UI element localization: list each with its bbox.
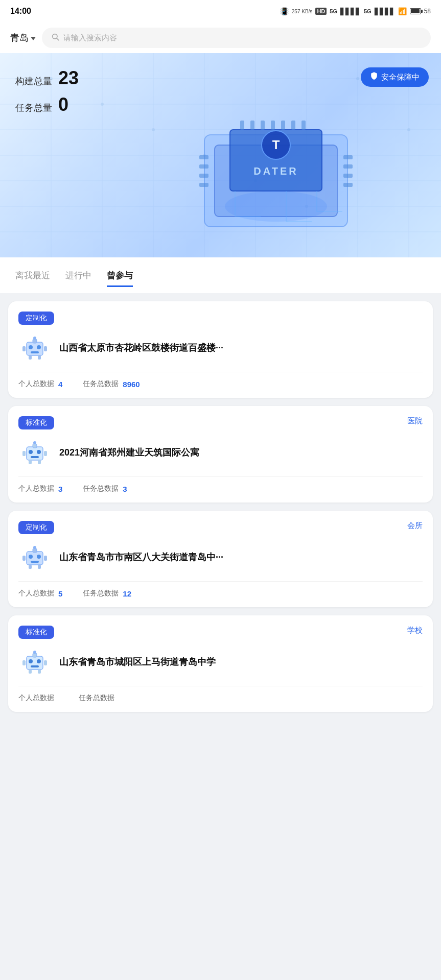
card-4-personal-label: 个人总数据 xyxy=(18,694,54,703)
tab-nearby[interactable]: 离我最近 xyxy=(15,270,50,287)
svg-rect-83 xyxy=(22,660,26,665)
card-1-body: 山西省太原市杏花岭区鼓楼街道百盛楼··· xyxy=(18,332,423,365)
card-2-body: 2021河南省郑州建业天筑国际公寓 xyxy=(18,437,423,469)
svg-rect-64 xyxy=(44,451,47,456)
vibrate-icon: 📳 xyxy=(280,7,289,15)
build-total-label: 构建总量 xyxy=(15,75,52,87)
city-name: 青岛 xyxy=(10,32,29,44)
tabs-row: 离我最近 进行中 曾参与 xyxy=(15,270,426,293)
card-3-task-label: 任务总数据 xyxy=(83,589,119,598)
card-3-personal-value: 5 xyxy=(58,589,62,598)
card-1-task-label: 任务总数据 xyxy=(83,379,119,389)
svg-rect-56 xyxy=(38,355,41,360)
svg-point-48 xyxy=(29,345,33,349)
card-2-divider xyxy=(18,476,423,477)
svg-point-78 xyxy=(29,659,33,663)
card-3-personal-label: 个人总数据 xyxy=(18,589,54,598)
card-4-body: 山东省青岛市城阳区上马街道青岛中学 xyxy=(18,646,423,679)
svg-rect-70 xyxy=(31,561,39,563)
svg-rect-44 xyxy=(291,121,295,130)
card-1-task-value: 8960 xyxy=(123,380,140,389)
svg-rect-73 xyxy=(22,556,26,561)
svg-point-24 xyxy=(407,128,410,131)
svg-point-46 xyxy=(225,191,327,222)
svg-rect-53 xyxy=(22,346,26,351)
card-1-type-badge: 定制化 xyxy=(18,312,54,325)
status-bar: 14:00 📳 257 KB/s HD 5G ▋▋▋▋ 5G ▋▋▋▋ 📶 58 xyxy=(0,0,441,22)
card-1-icon xyxy=(18,332,51,365)
search-bar: 青岛 请输入搜索内容 xyxy=(0,22,441,53)
svg-rect-65 xyxy=(29,460,32,464)
card-1[interactable]: 定制化 山西省太原市杏花岭区鼓楼街道百盛楼··· 个人总数据 4 xyxy=(8,301,433,398)
svg-rect-63 xyxy=(22,451,26,456)
search-icon xyxy=(51,33,59,43)
build-total-value: 23 xyxy=(58,67,79,89)
svg-rect-36 xyxy=(343,164,353,169)
card-1-stats: 个人总数据 4 任务总数据 8960 xyxy=(18,379,423,389)
card-3-personal-stat: 个人总数据 5 xyxy=(18,589,62,598)
chevron-down-icon xyxy=(31,37,36,40)
search-input-wrap[interactable]: 请输入搜索内容 xyxy=(42,28,431,48)
card-3-body: 山东省青岛市市南区八大关街道青岛中··· xyxy=(18,541,423,574)
svg-rect-85 xyxy=(29,670,32,674)
svg-point-79 xyxy=(37,659,41,663)
card-4-task-stat: 任务总数据 xyxy=(79,694,119,703)
svg-rect-66 xyxy=(38,460,41,464)
svg-rect-50 xyxy=(31,351,39,353)
city-selector[interactable]: 青岛 xyxy=(10,32,36,44)
svg-rect-60 xyxy=(31,456,39,458)
svg-rect-67 xyxy=(27,552,43,565)
hero-banner: 构建总量 23 任务总量 0 安全保障中 T DATER xyxy=(0,53,441,257)
wifi-icon: 📶 xyxy=(398,7,407,15)
card-1-task-stat: 任务总数据 8960 xyxy=(83,379,140,389)
svg-rect-71 xyxy=(33,548,37,553)
svg-rect-86 xyxy=(38,670,41,674)
card-4[interactable]: 标准化 学校 山东省青岛市城阳区上马街道青岛中学 个人总数据 xyxy=(8,615,433,712)
card-2[interactable]: 标准化 医院 2021河南省郑州建业天筑国际公寓 个人总数据 3 xyxy=(8,406,433,503)
card-1-title: 山西省太原市杏花岭区鼓楼街道百盛楼··· xyxy=(59,342,423,354)
svg-point-49 xyxy=(37,345,41,349)
svg-point-69 xyxy=(37,555,41,559)
search-placeholder: 请输入搜索内容 xyxy=(63,33,117,43)
svg-text:DATER: DATER xyxy=(253,165,298,177)
card-2-task-label: 任务总数据 xyxy=(83,484,119,493)
svg-rect-32 xyxy=(199,164,208,169)
svg-rect-34 xyxy=(199,183,208,187)
svg-rect-35 xyxy=(343,155,353,159)
security-badge[interactable]: 安全保障中 xyxy=(361,67,429,87)
card-2-personal-label: 个人总数据 xyxy=(18,484,54,493)
svg-rect-81 xyxy=(33,653,37,657)
card-4-icon xyxy=(18,646,51,679)
svg-rect-40 xyxy=(250,121,254,130)
svg-point-58 xyxy=(29,450,33,454)
card-3-divider xyxy=(18,581,423,582)
tab-participated[interactable]: 曾参与 xyxy=(107,270,133,287)
svg-rect-54 xyxy=(44,346,47,351)
svg-point-52 xyxy=(33,337,36,340)
svg-rect-84 xyxy=(44,660,47,665)
shield-icon xyxy=(370,71,378,83)
svg-line-1 xyxy=(57,38,59,40)
card-2-stats: 个人总数据 3 任务总数据 3 xyxy=(18,484,423,493)
svg-rect-39 xyxy=(240,121,244,130)
svg-rect-33 xyxy=(199,174,208,178)
card-3-title: 山东省青岛市市南区八大关街道青岛中··· xyxy=(59,551,423,564)
svg-text:T: T xyxy=(272,138,280,152)
svg-point-62 xyxy=(33,441,36,444)
svg-rect-42 xyxy=(271,121,275,130)
card-3-type-badge: 定制化 xyxy=(18,521,54,534)
svg-rect-61 xyxy=(33,444,37,448)
card-4-personal-stat: 个人总数据 xyxy=(18,694,58,703)
status-icons: 📳 257 KB/s HD 5G ▋▋▋▋ 5G ▋▋▋▋ 📶 58 xyxy=(280,7,431,15)
chip-illustration: T DATER xyxy=(184,104,368,247)
5g-icon-1: 5G xyxy=(330,8,337,14)
svg-point-59 xyxy=(37,450,41,454)
card-2-type-badge: 标准化 xyxy=(18,416,54,429)
card-3[interactable]: 定制化 会所 山东省青岛市市南区八大关街道青岛中··· 个人总数据 5 xyxy=(8,511,433,607)
security-badge-label: 安全保障中 xyxy=(381,73,420,82)
card-1-personal-stat: 个人总数据 4 xyxy=(18,379,62,389)
tab-ongoing[interactable]: 进行中 xyxy=(65,270,91,287)
footer-space xyxy=(0,728,441,744)
svg-point-72 xyxy=(33,546,36,549)
card-4-category: 学校 xyxy=(407,626,423,635)
